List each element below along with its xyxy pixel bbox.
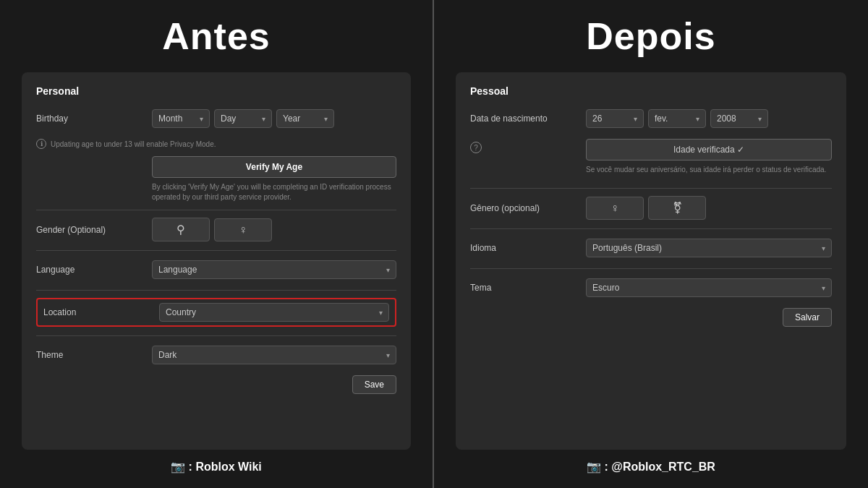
before-settings: Personal Birthday Month ▾ Day ▾ Year ▾ <box>22 72 411 450</box>
theme-controls: Dark ▾ <box>152 346 396 364</box>
privacy-info-text: Updating age to under 13 will enable Pri… <box>51 140 216 148</box>
after-year-chevron-icon: ▾ <box>758 115 762 123</box>
month-chevron-icon: ▾ <box>200 115 203 123</box>
male-icon: ⚲ <box>176 223 185 236</box>
after-gender-row: Gênero (opcional) ♀ ⚧ <box>470 196 832 220</box>
divider-2 <box>36 250 396 251</box>
after-divider-1 <box>470 188 832 189</box>
location-controls: Country ▾ <box>159 303 389 322</box>
gender-row: Gender (Optional) ⚲ ♀ <box>36 218 396 241</box>
after-year-select[interactable]: 2008 ▾ <box>710 109 768 128</box>
language-controls: Language ▾ <box>152 260 396 279</box>
after-panel: Depois Pessoal Data de nascimento 26 ▾ f… <box>434 0 868 488</box>
after-day-chevron-icon: ▾ <box>634 115 637 123</box>
after-other-icon: ⚧ <box>673 201 682 215</box>
after-gender-label: Gênero (opcional) <box>470 203 586 213</box>
after-language-row: Idioma Português (Brasil) ▾ <box>470 236 832 260</box>
language-row: Language Language ▾ <box>36 258 396 281</box>
after-language-chevron-icon: ▾ <box>822 244 825 252</box>
salvar-button[interactable]: Salvar <box>783 308 832 327</box>
gender-controls: ⚲ ♀ <box>152 218 396 241</box>
after-divider-2 <box>470 228 832 229</box>
save-row: Save <box>36 375 396 394</box>
after-theme-label: Tema <box>470 283 586 293</box>
divider-4 <box>36 335 396 336</box>
verified-row: ? Idade verificada ✓ Se você mudar seu a… <box>470 139 832 181</box>
gender-female-box[interactable]: ♀ <box>214 218 272 241</box>
location-label: Location <box>43 307 159 317</box>
after-day-select[interactable]: 26 ▾ <box>586 109 644 128</box>
after-month-select[interactable]: fev. ▾ <box>648 109 706 128</box>
theme-label: Theme <box>36 350 152 360</box>
after-theme-row: Tema Escuro ▾ <box>470 276 832 299</box>
before-section-title: Personal <box>36 85 396 97</box>
language-chevron-icon: ▾ <box>386 266 390 274</box>
year-select[interactable]: Year ▾ <box>276 109 334 128</box>
after-settings: Pessoal Data de nascimento 26 ▾ fev. ▾ 2… <box>456 72 846 450</box>
after-language-controls: Português (Brasil) ▾ <box>586 239 832 257</box>
after-title: Depois <box>456 14 846 58</box>
language-label: Language <box>36 265 152 275</box>
gender-label: Gender (Optional) <box>36 225 152 235</box>
gender-male-box[interactable]: ⚲ <box>152 218 210 241</box>
month-select[interactable]: Month ▾ <box>152 109 210 128</box>
verified-note-text: Se você mudar seu aniversário, sua idade… <box>586 165 832 175</box>
divider-1 <box>36 210 396 210</box>
day-select[interactable]: Day ▾ <box>214 109 272 128</box>
language-select[interactable]: Language ▾ <box>152 260 396 279</box>
before-title: Antes <box>22 14 411 58</box>
before-panel: Antes Personal Birthday Month ▾ Day ▾ Ye… <box>0 0 434 488</box>
after-theme-controls: Escuro ▾ <box>586 278 832 297</box>
after-birthday-label: Data de nascimento <box>470 114 586 124</box>
after-source: 📷 : @Roblox_RTC_BR <box>456 460 846 474</box>
after-language-label: Idioma <box>470 243 586 253</box>
after-language-select[interactable]: Português (Brasil) ▾ <box>586 239 832 257</box>
birthday-row: Birthday Month ▾ Day ▾ Year ▾ <box>36 107 396 130</box>
verified-age-button[interactable]: Idade verificada ✓ <box>586 139 832 160</box>
day-chevron-icon: ▾ <box>262 115 265 123</box>
after-theme-chevron-icon: ▾ <box>822 284 825 292</box>
theme-row: Theme Dark ▾ <box>36 343 396 367</box>
female-icon: ♀ <box>239 223 247 236</box>
after-month-chevron-icon: ▾ <box>696 115 699 123</box>
verify-desc-text: By clicking 'Verify My Age' you will be … <box>152 182 396 202</box>
after-gender-female-box[interactable]: ♀ <box>586 197 644 220</box>
country-chevron-icon: ▾ <box>379 309 383 317</box>
verify-age-button[interactable]: Verify My Age <box>152 156 396 178</box>
year-chevron-icon: ▾ <box>324 115 328 123</box>
after-divider-3 <box>470 268 832 269</box>
after-theme-select[interactable]: Escuro ▾ <box>586 278 832 297</box>
verified-controls: Idade verificada ✓ Se você mudar seu ani… <box>586 139 832 181</box>
birthday-label: Birthday <box>36 114 152 124</box>
after-birthday-controls: 26 ▾ fev. ▾ 2008 ▾ <box>586 109 832 128</box>
before-source: 📷 : Roblox Wiki <box>22 460 411 474</box>
save-button[interactable]: Save <box>352 375 396 394</box>
theme-select[interactable]: Dark ▾ <box>152 346 396 364</box>
country-select[interactable]: Country ▾ <box>159 303 389 322</box>
birthday-controls: Month ▾ Day ▾ Year ▾ <box>152 109 396 128</box>
privacy-info-row: ℹ Updating age to under 13 will enable P… <box>36 139 396 149</box>
theme-chevron-icon: ▾ <box>386 351 390 359</box>
question-icon: ? <box>470 142 482 153</box>
after-gender-other-box[interactable]: ⚧ <box>648 196 706 220</box>
after-section-title: Pessoal <box>470 85 832 97</box>
after-gender-controls: ♀ ⚧ <box>586 196 832 220</box>
info-icon: ℹ <box>36 139 46 149</box>
divider-3 <box>36 290 396 291</box>
after-female-icon: ♀ <box>610 202 619 215</box>
location-row: Location Country ▾ <box>36 298 396 327</box>
after-save-row: Salvar <box>470 308 832 327</box>
after-birthday-row: Data de nascimento 26 ▾ fev. ▾ 2008 ▾ <box>470 107 832 130</box>
